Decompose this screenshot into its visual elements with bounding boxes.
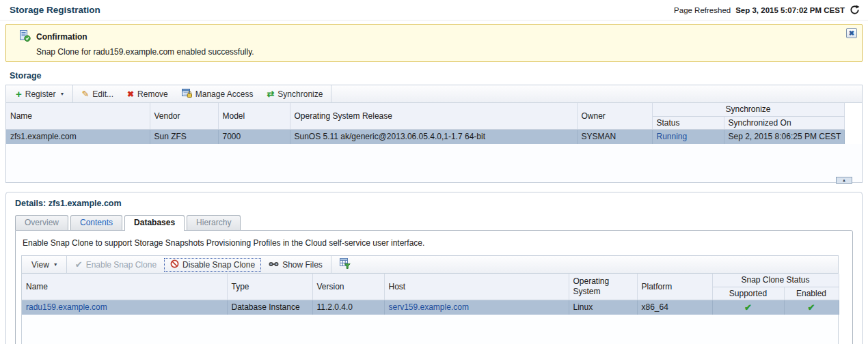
- column-header-name: Name: [6, 103, 150, 129]
- cell-name: zfs1.example.com: [6, 129, 150, 144]
- column-header-host: Host: [384, 274, 569, 300]
- host-link[interactable]: serv159.example.com: [389, 302, 469, 312]
- enable-snap-clone-button: ✔ Enable Snap Clone: [68, 257, 163, 272]
- cell-version: 11.2.0.4.0: [312, 300, 384, 315]
- details-title: Details: zfs1.example.com: [15, 199, 853, 208]
- close-icon[interactable]: ✖: [846, 28, 857, 38]
- synchronize-label: Synchronize: [277, 89, 323, 99]
- cell-synchronized-on: Sep 2, 2015 8:06:25 PM CEST: [724, 129, 844, 144]
- page-refreshed-area: Page Refreshed Sep 3, 2015 5:07:02 PM CE…: [674, 5, 860, 15]
- disable-snap-clone-button[interactable]: Disable Snap Clone: [163, 257, 262, 272]
- cell-host: serv159.example.com: [384, 300, 569, 315]
- toolbar-separator: [331, 85, 331, 103]
- refresh-icon[interactable]: [850, 5, 860, 15]
- databases-panel: View ▼ ✔ Enable Snap Clone Disable Sn: [21, 255, 839, 344]
- status-running-link[interactable]: Running: [657, 132, 688, 141]
- register-button[interactable]: + Register ▼: [9, 87, 71, 102]
- chevron-down-icon: ▼: [59, 91, 64, 96]
- cell-status: Running: [652, 129, 724, 144]
- cell-owner: SYSMAN: [577, 129, 652, 144]
- remove-button[interactable]: ✖ Remove: [120, 87, 175, 102]
- database-name-link[interactable]: radu159.example.com: [26, 302, 107, 312]
- confirmation-icon: [19, 30, 31, 44]
- disable-snap-clone-label: Disable Snap Clone: [182, 260, 255, 270]
- column-group-synchronize: Synchronize: [652, 103, 844, 116]
- column-header-type: Type: [227, 274, 312, 300]
- view-label: View: [31, 260, 49, 270]
- table-filter-icon: [340, 258, 351, 271]
- edit-button[interactable]: ✎ Edit...: [74, 87, 120, 102]
- cell-name: radu159.example.com: [22, 300, 227, 315]
- sync-arrows-icon: ⇄: [267, 89, 274, 98]
- show-files-label: Show Files: [282, 260, 323, 270]
- page-refreshed-label: Page Refreshed: [674, 6, 731, 14]
- toolbar-separator: [331, 256, 331, 274]
- databases-toolbar: View ▼ ✔ Enable Snap Clone Disable Sn: [22, 256, 838, 274]
- chevron-down-icon: ▼: [53, 262, 58, 267]
- column-header-platform: Platform: [637, 274, 712, 300]
- tab-contents[interactable]: Contents: [70, 215, 122, 230]
- snap-clone-description: Enable Snap Clone to support Storage Sna…: [23, 238, 847, 248]
- cell-vendor: Sun ZFS: [150, 129, 218, 144]
- page-header: Storage Registration Page Refreshed Sep …: [0, 0, 868, 20]
- cell-type: Database Instance: [227, 300, 312, 315]
- tab-hierarchy[interactable]: Hierarchy: [187, 215, 241, 230]
- collapse-panel-button[interactable]: ▲: [836, 177, 852, 184]
- cell-os-release: SunOS 5.11 ak/generic@2013.06.05.4.0,1-1…: [290, 129, 577, 144]
- column-header-os-release: Operating System Release: [290, 103, 577, 129]
- storage-toolbar: + Register ▼ ✎ Edit... ✖ Remove Mana: [6, 85, 862, 103]
- column-header-version: Version: [312, 274, 384, 300]
- page-title: Storage Registration: [10, 5, 100, 15]
- confirmation-title: Confirmation: [36, 32, 87, 42]
- confirmation-banner: Confirmation Snap Clone for radu159.exam…: [5, 24, 863, 62]
- edit-label: Edit...: [92, 89, 113, 99]
- enabled-check-icon: ✔: [808, 302, 815, 313]
- enable-snap-clone-label: Enable Snap Clone: [86, 260, 157, 270]
- manage-access-label: Manage Access: [195, 89, 254, 99]
- table-row[interactable]: radu159.example.com Database Instance 11…: [22, 300, 839, 315]
- details-tabbar: Overview Contents Databases Hierarchy: [15, 215, 853, 230]
- table-row[interactable]: zfs1.example.com Sun ZFS 7000 SunOS 5.11…: [6, 129, 844, 144]
- show-files-button[interactable]: Show Files: [262, 257, 329, 272]
- column-header-enabled: Enabled: [784, 287, 839, 300]
- page-refreshed-timestamp: Sep 3, 2015 5:07:02 PM CEST: [735, 6, 845, 14]
- storage-panel: + Register ▼ ✎ Edit... ✖ Remove Mana: [5, 85, 863, 183]
- column-header-status: Status: [652, 116, 724, 129]
- details-panel: Details: zfs1.example.com Overview Conte…: [5, 192, 863, 344]
- databases-tab-content: Enable Snap Clone to support Storage Sna…: [15, 230, 853, 344]
- toolbar-separator: [72, 85, 73, 103]
- storage-table: Name Vendor Model Operating System Relea…: [6, 103, 845, 144]
- column-header-synchronized-on: Synchronized On: [724, 116, 844, 129]
- window-lock-icon: [182, 88, 192, 100]
- register-label: Register: [25, 89, 56, 99]
- query-by-example-button[interactable]: [333, 257, 357, 272]
- column-header-name: Name: [22, 274, 227, 300]
- tab-overview[interactable]: Overview: [15, 215, 68, 230]
- gray-check-icon: ✔: [75, 260, 83, 269]
- databases-table: Name Type Version Host Operating System …: [22, 274, 839, 315]
- column-header-owner: Owner: [577, 103, 652, 129]
- remove-x-icon: ✖: [127, 90, 134, 98]
- manage-access-button[interactable]: Manage Access: [175, 87, 260, 102]
- cell-model: 7000: [218, 129, 290, 144]
- databases-table-empty-area: [22, 315, 838, 344]
- synchronize-button[interactable]: ⇄ Synchronize: [260, 87, 329, 102]
- column-header-supported: Supported: [712, 287, 784, 300]
- view-menu-button[interactable]: View ▼: [25, 257, 65, 272]
- column-header-vendor: Vendor: [150, 103, 218, 129]
- binoculars-icon: [269, 260, 279, 270]
- column-header-model: Model: [218, 103, 290, 129]
- pencil-icon: ✎: [81, 89, 89, 98]
- column-group-snap-clone-status: Snap Clone Status: [712, 274, 839, 287]
- plus-icon: +: [16, 89, 22, 99]
- storage-table-empty-area: [6, 144, 862, 182]
- remove-label: Remove: [137, 89, 168, 99]
- prohibition-icon: [170, 259, 179, 270]
- column-header-operating-system: Operating System: [569, 274, 637, 300]
- toolbar-separator: [66, 256, 67, 274]
- confirmation-message: Snap Clone for radu159.example.com enabl…: [36, 47, 855, 57]
- supported-check-icon: ✔: [744, 302, 752, 313]
- cell-platform: x86_64: [637, 300, 712, 315]
- storage-section-title: Storage: [10, 71, 868, 81]
- tab-databases[interactable]: Databases: [124, 215, 185, 231]
